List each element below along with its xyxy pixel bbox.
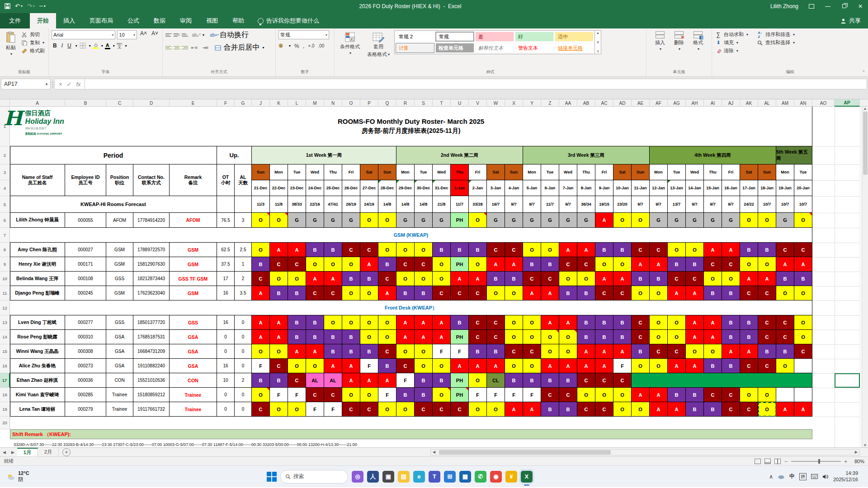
roster-cell[interactable]: O	[252, 344, 270, 359]
cancel-entry-icon[interactable]: ×	[59, 81, 62, 88]
staff-remark[interactable]: GSA	[170, 359, 217, 373]
roster-cell[interactable]: G	[523, 213, 541, 228]
ribbon-tab-视图[interactable]: 视图	[199, 13, 225, 28]
day-name-cell[interactable]: Thu	[577, 164, 595, 180]
date-cell[interactable]: 31-Dec	[433, 180, 451, 196]
roster-cell[interactable]: B	[577, 286, 595, 300]
date-cell[interactable]: 4-Jan	[505, 180, 523, 196]
roster-cell[interactable]: C	[415, 402, 433, 417]
staff-position[interactable]: GSA	[106, 330, 133, 344]
roster-cell[interactable]: C	[342, 402, 360, 417]
column-header-P[interactable]: P	[360, 99, 378, 107]
zoom-slider[interactable]	[791, 461, 841, 462]
column-header-AK[interactable]: AK	[740, 99, 758, 107]
cell-style-检查单元格[interactable]: 检查单元格	[435, 43, 474, 53]
day-name-cell[interactable]: Tue	[288, 164, 306, 180]
column-header-AF[interactable]: AF	[650, 99, 668, 107]
roster-cell[interactable]: C	[704, 257, 722, 272]
staff-remark[interactable]: GSS TF GSM	[170, 272, 217, 286]
roster-cell[interactable]: C	[306, 388, 324, 402]
ribbon-tab-帮助[interactable]: 帮助	[225, 13, 251, 28]
roster-cell[interactable]: C	[632, 330, 650, 344]
roster-cell[interactable]: O	[270, 402, 288, 417]
roster-cell[interactable]: O	[324, 257, 342, 272]
staff-remark[interactable]: GSS	[170, 315, 217, 330]
row-header-12[interactable]: 12	[0, 300, 10, 315]
roster-cell[interactable]: B	[613, 315, 632, 330]
roster-cell[interactable]: A	[288, 243, 306, 257]
staff-contact[interactable]: 15521010536	[133, 373, 170, 388]
staff-al[interactable]: 0	[235, 315, 252, 330]
roster-cell[interactable]: O	[758, 213, 776, 228]
column-header-C[interactable]: C	[106, 99, 133, 107]
roster-cell[interactable]: O	[378, 213, 396, 228]
close-button[interactable]: ✕	[853, 0, 868, 12]
roster-cell[interactable]: B	[704, 286, 722, 300]
column-header-D[interactable]: D	[133, 99, 170, 107]
day-name-cell[interactable]: Sat	[487, 164, 505, 180]
forecast-cell[interactable]: 14/8	[415, 196, 433, 213]
ribbon-tab-页面布局[interactable]: 页面布局	[82, 13, 120, 28]
roster-cell[interactable]: C	[794, 243, 812, 257]
roster-cell[interactable]: F	[252, 359, 270, 373]
roster-cell[interactable]: O	[306, 359, 324, 373]
roster-cell[interactable]: A	[360, 257, 378, 272]
forecast-cell[interactable]: 9/7	[650, 196, 668, 213]
hscroll-right-icon[interactable]: ▶	[853, 450, 859, 454]
day-name-cell[interactable]: Sun	[378, 164, 396, 180]
start-button[interactable]	[267, 472, 277, 482]
ribbon-tab-公式[interactable]: 公式	[120, 13, 146, 28]
day-name-cell[interactable]: Fri	[469, 164, 487, 180]
forecast-empty-f[interactable]	[217, 196, 235, 213]
roster-cell[interactable]: C	[378, 344, 396, 359]
roster-cell[interactable]: B	[360, 272, 378, 286]
forecast-cell[interactable]: 23/20	[613, 196, 632, 213]
roster-cell[interactable]: O	[288, 359, 306, 373]
column-header-Z[interactable]: Z	[541, 99, 559, 107]
roster-cell[interactable]: B	[396, 388, 415, 402]
staff-al[interactable]: 0	[235, 402, 252, 417]
zoom-out-icon[interactable]: −	[784, 459, 787, 464]
roster-cell[interactable]: B	[632, 272, 650, 286]
roster-cell[interactable]: G	[559, 213, 577, 228]
roster-cell[interactable]: C	[559, 388, 577, 402]
staff-remark[interactable]: CON	[170, 373, 217, 388]
roster-cell[interactable]: C	[632, 315, 650, 330]
roster-cell[interactable]: CL	[487, 373, 505, 388]
column-header-AI[interactable]: AI	[704, 99, 722, 107]
cell-style-差[interactable]: 差	[475, 32, 514, 42]
selected-cell-AP17[interactable]	[835, 373, 860, 388]
row-header-18[interactable]: 18	[0, 388, 10, 402]
roster-cell[interactable]: C	[487, 243, 505, 257]
roster-cell[interactable]: C	[650, 344, 668, 359]
row-header-5[interactable]: 5	[0, 196, 10, 213]
staff-contact[interactable]: 19110882240	[133, 359, 170, 373]
roster-cell[interactable]: A	[288, 344, 306, 359]
roster-cell[interactable]	[794, 359, 812, 373]
forecast-cell[interactable]: 33/28	[469, 196, 487, 213]
date-cell[interactable]: 1-Jan	[451, 180, 469, 196]
cell-style-计算[interactable]: 计算	[396, 43, 434, 53]
conditional-formatting-button[interactable]: ≠ 条件格式▾	[337, 30, 363, 56]
roster-cell[interactable]: A	[360, 373, 378, 388]
staff-name[interactable]: Lven Ding 丁相斌	[10, 315, 65, 330]
find-select-button[interactable]: 查找和选择▾	[756, 39, 795, 46]
staff-remark[interactable]: GSM	[170, 286, 217, 300]
roster-cell[interactable]: A	[686, 359, 704, 373]
roster-cell[interactable]: A	[704, 315, 722, 330]
roster-cell[interactable]: G	[686, 213, 704, 228]
staff-id[interactable]: 000310	[65, 330, 106, 344]
paste-button[interactable]: 粘贴▾	[3, 30, 19, 57]
column-header-AB[interactable]: AB	[577, 99, 595, 107]
cell-style-解释性文本[interactable]: 解释性文本	[475, 43, 514, 53]
roster-cell[interactable]: O	[523, 243, 541, 257]
roster-cell[interactable]: O	[595, 257, 613, 272]
page-break-view-icon[interactable]	[774, 459, 781, 464]
roster-cell[interactable]: C	[650, 243, 668, 257]
row-header-6[interactable]: 6	[0, 213, 10, 228]
roster-cell[interactable]: AL	[324, 373, 342, 388]
format-painter-button[interactable]: 格式刷	[21, 47, 45, 54]
roster-cell[interactable]: C	[740, 402, 758, 417]
roster-cell[interactable]: B	[541, 257, 559, 272]
roster-cell[interactable]: B	[378, 257, 396, 272]
